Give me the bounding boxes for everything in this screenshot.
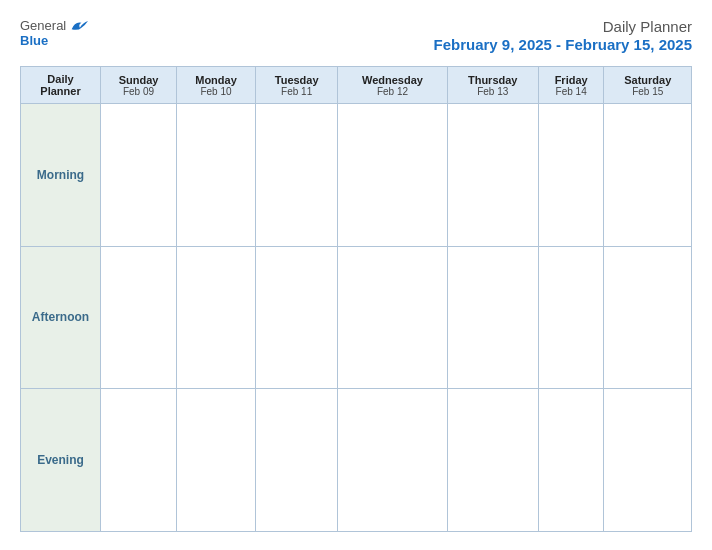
- saturday-date: Feb 15: [608, 86, 687, 97]
- afternoon-label: Afternoon: [21, 246, 101, 389]
- sunday-date: Feb 09: [105, 86, 172, 97]
- thursday-date: Feb 13: [452, 86, 534, 97]
- morning-sunday: [101, 104, 177, 247]
- evening-friday: [538, 389, 604, 532]
- morning-monday: [177, 104, 256, 247]
- header-row: Daily Planner Sunday Feb 09 Monday Feb 1…: [21, 67, 692, 104]
- col-friday: Friday Feb 14: [538, 67, 604, 104]
- logo-text: General: [20, 18, 88, 33]
- afternoon-row: Afternoon: [21, 246, 692, 389]
- morning-saturday: [604, 104, 692, 247]
- friday-date: Feb 14: [543, 86, 600, 97]
- planner-title: Daily Planner: [603, 18, 692, 35]
- sunday-name: Sunday: [105, 74, 172, 86]
- monday-date: Feb 10: [181, 86, 251, 97]
- evening-label: Evening: [21, 389, 101, 532]
- afternoon-tuesday: [255, 246, 337, 389]
- afternoon-friday: [538, 246, 604, 389]
- morning-friday: [538, 104, 604, 247]
- evening-monday: [177, 389, 256, 532]
- planner-date-range: February 9, 2025 - February 15, 2025: [434, 36, 692, 53]
- morning-tuesday: [255, 104, 337, 247]
- evening-saturday: [604, 389, 692, 532]
- tuesday-name: Tuesday: [260, 74, 333, 86]
- col-sunday: Sunday Feb 09: [101, 67, 177, 104]
- afternoon-wednesday: [338, 246, 447, 389]
- friday-name: Friday: [543, 74, 600, 86]
- monday-name: Monday: [181, 74, 251, 86]
- corner-label-line1: Daily: [25, 73, 96, 85]
- afternoon-sunday: [101, 246, 177, 389]
- thursday-name: Thursday: [452, 74, 534, 86]
- wednesday-name: Wednesday: [342, 74, 442, 86]
- col-monday: Monday Feb 10: [177, 67, 256, 104]
- bird-icon: [70, 19, 88, 33]
- evening-thursday: [447, 389, 538, 532]
- morning-label: Morning: [21, 104, 101, 247]
- corner-header: Daily Planner: [21, 67, 101, 104]
- col-thursday: Thursday Feb 13: [447, 67, 538, 104]
- morning-wednesday: [338, 104, 447, 247]
- afternoon-saturday: [604, 246, 692, 389]
- page: General Blue Daily Planner February 9, 2…: [0, 0, 712, 550]
- col-saturday: Saturday Feb 15: [604, 67, 692, 104]
- evening-wednesday: [338, 389, 447, 532]
- logo-area: General Blue: [20, 18, 88, 48]
- logo-blue: Blue: [20, 33, 48, 48]
- afternoon-monday: [177, 246, 256, 389]
- wednesday-date: Feb 12: [342, 86, 442, 97]
- logo-blue-text: Blue: [20, 33, 48, 48]
- title-area: Daily Planner February 9, 2025 - Februar…: [434, 18, 692, 54]
- morning-thursday: [447, 104, 538, 247]
- header: General Blue Daily Planner February 9, 2…: [20, 18, 692, 54]
- calendar-header: Daily Planner Sunday Feb 09 Monday Feb 1…: [21, 67, 692, 104]
- morning-row: Morning: [21, 104, 692, 247]
- corner-label-line2: Planner: [25, 85, 96, 97]
- calendar-body: Morning Afternoon Evening: [21, 104, 692, 532]
- saturday-name: Saturday: [608, 74, 687, 86]
- evening-tuesday: [255, 389, 337, 532]
- col-wednesday: Wednesday Feb 12: [338, 67, 447, 104]
- calendar-table: Daily Planner Sunday Feb 09 Monday Feb 1…: [20, 66, 692, 532]
- afternoon-thursday: [447, 246, 538, 389]
- evening-row: Evening: [21, 389, 692, 532]
- col-tuesday: Tuesday Feb 11: [255, 67, 337, 104]
- logo-general: General: [20, 18, 66, 33]
- tuesday-date: Feb 11: [260, 86, 333, 97]
- evening-sunday: [101, 389, 177, 532]
